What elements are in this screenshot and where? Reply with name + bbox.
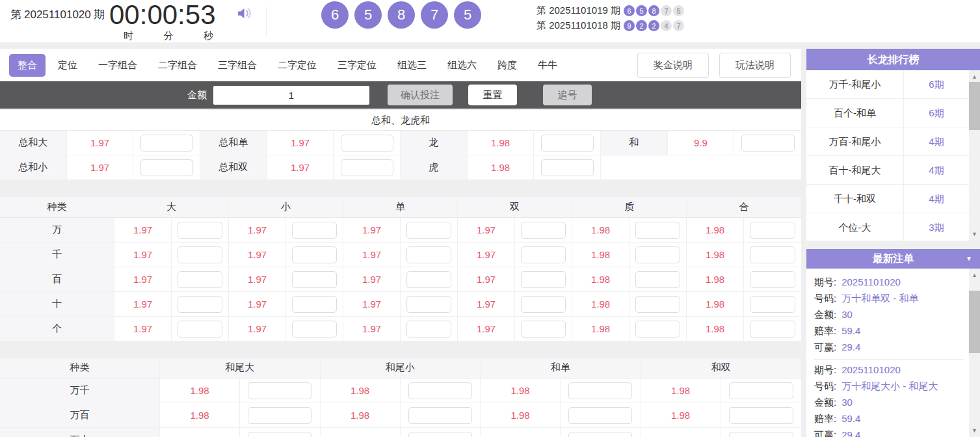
bet-input[interactable] [729, 382, 793, 399]
bet-input[interactable] [521, 296, 566, 313]
bet-input[interactable] [248, 382, 311, 399]
bet-input[interactable] [635, 222, 681, 239]
bet-input[interactable] [635, 321, 681, 338]
bet-cell [515, 317, 572, 341]
bet-input[interactable] [750, 271, 795, 288]
scroll-up-icon[interactable]: ▲ [969, 72, 980, 82]
bet-field-value: 29.4 [841, 339, 860, 355]
bet-input[interactable] [140, 159, 193, 176]
chase-number-button[interactable]: 追号 [543, 85, 592, 105]
bet-odds-line: 赔率:59.4 [814, 323, 963, 339]
collapse-caret-icon[interactable]: ▼ [966, 249, 972, 269]
bet-input[interactable] [406, 321, 452, 338]
bet-input[interactable] [635, 296, 681, 313]
bet-input[interactable] [406, 246, 452, 263]
row-label: 千 [0, 243, 114, 267]
bet-field-label: 可赢: [814, 339, 836, 355]
history-ball: 5 [636, 5, 647, 16]
bet-input[interactable] [541, 135, 594, 152]
dragon-ranking-row[interactable]: 百十-和尾大4期 [806, 156, 980, 185]
bet-input[interactable] [729, 407, 793, 424]
prize-info-button[interactable]: 奖金说明 [637, 53, 709, 78]
bet-input[interactable] [178, 222, 223, 239]
bet-amount-line: 金额:30 [814, 306, 963, 323]
bet-cell [286, 218, 343, 243]
bet-input[interactable] [292, 246, 338, 263]
bet-input[interactable] [406, 296, 452, 313]
dragon-ranking-row[interactable]: 千十-和双4期 [806, 185, 980, 213]
bet-input[interactable] [178, 321, 223, 338]
tab-跨度[interactable]: 跨度 [489, 54, 525, 77]
bet-input[interactable] [750, 321, 795, 338]
dragon-ranking-row[interactable]: 百个-和单6期 [806, 99, 980, 127]
bet-input[interactable] [635, 246, 681, 263]
bet-input[interactable] [729, 432, 793, 437]
period-suffix: 期 [94, 8, 105, 21]
scroll-thumb[interactable] [969, 291, 980, 353]
bet-input[interactable] [635, 271, 681, 288]
bet-input[interactable] [408, 382, 472, 399]
odds-value: 1.98 [321, 428, 401, 437]
bet-input[interactable] [248, 432, 311, 437]
bet-input[interactable] [568, 407, 632, 424]
dragon-ranking-row[interactable]: 万千-和尾小6期 [806, 70, 980, 99]
tab-组选三[interactable]: 组选三 [389, 54, 435, 77]
bet-input[interactable] [292, 296, 338, 313]
bet-input[interactable] [521, 271, 566, 288]
tab-三字定位[interactable]: 三字定位 [329, 54, 385, 77]
tab-定位[interactable]: 定位 [49, 54, 86, 77]
bet-input[interactable] [741, 135, 795, 152]
bet-input[interactable] [750, 296, 795, 313]
scroll-up-icon[interactable]: ▲ [969, 270, 980, 280]
reset-button[interactable]: 重置 [468, 85, 517, 105]
bet-input[interactable] [248, 407, 311, 424]
tab-一字组合[interactable]: 一字组合 [90, 54, 146, 77]
bet-input[interactable] [341, 135, 393, 152]
bet-input[interactable] [521, 321, 566, 338]
tab-牛牛[interactable]: 牛牛 [529, 54, 566, 77]
bet-cell [401, 292, 458, 317]
bet-option-label: 虎 [401, 155, 468, 180]
bet-input[interactable] [178, 296, 223, 313]
bet-amount-line: 金额:30 [814, 394, 963, 410]
amount-input[interactable] [213, 86, 369, 105]
scroll-down-icon[interactable]: ▼ [969, 425, 980, 436]
bet-input[interactable] [568, 432, 632, 437]
scroll-thumb[interactable] [969, 82, 980, 130]
bet-input[interactable] [178, 246, 223, 263]
bet-input[interactable] [406, 222, 452, 239]
dragon-ranking-row[interactable]: 万百-和尾小4期 [806, 127, 980, 156]
bet-input[interactable] [750, 222, 795, 239]
rules-info-button[interactable]: 玩法说明 [719, 53, 791, 78]
tab-二字组合[interactable]: 二字组合 [150, 54, 205, 77]
tab-三字组合[interactable]: 三字组合 [209, 54, 265, 77]
bet-input[interactable] [341, 159, 393, 176]
bet-input[interactable] [521, 222, 566, 239]
bet-field-label: 号码: [814, 378, 836, 394]
odds-value: 1.98 [572, 317, 629, 341]
history-ball: 9 [624, 20, 635, 31]
scroll-down-icon[interactable]: ▼ [969, 229, 980, 239]
bet-option-label: 总和双 [200, 155, 267, 180]
bet-input[interactable] [178, 271, 223, 288]
speaker-icon[interactable] [235, 5, 253, 24]
bet-input[interactable] [408, 432, 472, 437]
bet-input[interactable] [292, 222, 338, 239]
bet-input[interactable] [140, 135, 193, 152]
bet-input[interactable] [521, 246, 566, 263]
bet-input[interactable] [292, 271, 338, 288]
dragon-ranking-row[interactable]: 个位-大3期 [806, 213, 980, 241]
tab-整合[interactable]: 整合 [9, 54, 46, 77]
bet-input[interactable] [292, 321, 338, 338]
bet-input[interactable] [750, 246, 795, 263]
bet-input[interactable] [568, 382, 632, 399]
tab-组选六[interactable]: 组选六 [439, 54, 485, 77]
latest-bets-scrollbar[interactable]: ▲ ▼ [969, 269, 980, 437]
bet-input[interactable] [541, 159, 594, 176]
bet-number-line: 号码:万十和尾大小 - 和尾大 [814, 378, 963, 394]
dragon-scrollbar[interactable]: ▲ ▼ [969, 70, 980, 241]
bet-input[interactable] [408, 407, 472, 424]
confirm-bet-button[interactable]: 确认投注 [388, 85, 453, 105]
bet-input[interactable] [406, 271, 452, 288]
tab-二字定位[interactable]: 二字定位 [269, 54, 325, 77]
